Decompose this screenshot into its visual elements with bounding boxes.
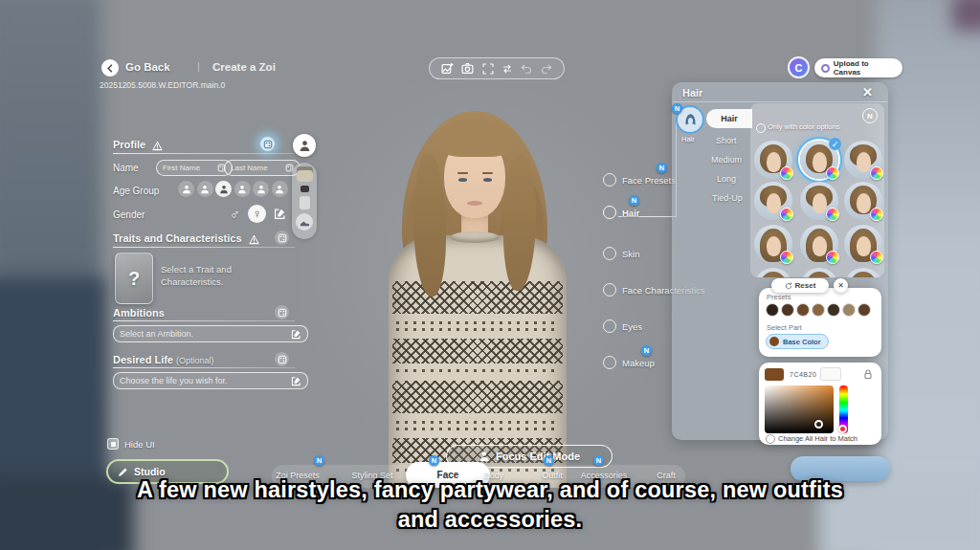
back-label[interactable]: Go Back [125, 61, 170, 73]
age-option-infant[interactable] [178, 181, 194, 197]
name-label: Name [113, 163, 139, 173]
add-image-icon[interactable] [441, 62, 454, 75]
age-option-teen-selected[interactable] [215, 181, 232, 197]
edit-icon[interactable] [291, 376, 301, 386]
hair-thumbnail[interactable] [800, 225, 838, 263]
category-skin[interactable]: Skin [603, 247, 639, 260]
current-bottom-thumbnail[interactable] [301, 186, 309, 192]
hex-secondary-input[interactable] [820, 367, 841, 381]
saturation-value-picker[interactable] [765, 385, 834, 433]
first-name-field[interactable]: First Name [156, 160, 233, 176]
traits-randomize-button[interactable] [275, 231, 289, 245]
hair-subtab-short[interactable]: Short [716, 136, 737, 145]
category-hair[interactable]: Hair [603, 206, 639, 219]
color-preset-swatch[interactable] [842, 303, 856, 317]
hair-thumbnail-selected[interactable]: ✓ [800, 141, 838, 179]
hide-ui-check-glyph [111, 442, 116, 447]
reset-camera-icon[interactable] [501, 63, 513, 75]
reset-button[interactable]: Reset [771, 278, 829, 293]
hair-thumbnail[interactable] [800, 182, 838, 220]
base-color-part-button[interactable]: Base Color [766, 334, 829, 349]
age-option-child[interactable] [197, 181, 213, 197]
new-badge-tab: N [429, 455, 439, 466]
edit-icon[interactable] [291, 329, 301, 340]
redo-icon[interactable] [541, 63, 552, 75]
person-edit-icon [299, 140, 311, 152]
age-option-middle[interactable] [253, 181, 269, 197]
desired-life-field[interactable]: Choose the life you wish for. [113, 372, 308, 389]
ambition-select-field[interactable]: Select an Ambition. [113, 325, 308, 342]
color-preset-swatch[interactable] [781, 303, 794, 317]
category-makeup[interactable]: Makeup [603, 356, 655, 369]
current-top-thumbnail[interactable] [297, 166, 313, 182]
hair-panel-close-button[interactable]: ✕ [862, 85, 873, 99]
gender-male-option[interactable]: ♂ [230, 207, 240, 222]
gender-label: Gender [113, 209, 145, 220]
hue-slider[interactable] [839, 385, 848, 433]
hair-thumbnail[interactable] [754, 225, 792, 263]
desired-life-randomize-button[interactable] [275, 352, 289, 366]
hair-thumbnail[interactable] [754, 268, 792, 277]
color-preset-swatch[interactable] [827, 303, 840, 317]
new-filter-button[interactable]: N [862, 108, 878, 123]
profile-randomize-button[interactable] [260, 137, 275, 151]
upload-to-canvas-button[interactable]: Upload to Canvas [814, 58, 902, 77]
hue-selector[interactable] [838, 425, 847, 433]
color-preset-swatch[interactable] [766, 303, 779, 317]
sweater-dot-row [396, 369, 559, 372]
age-option-senior[interactable] [272, 181, 288, 197]
category-eyes[interactable]: Eyes [603, 319, 642, 333]
change-all-hair-radio[interactable] [766, 434, 775, 444]
camera-icon[interactable] [461, 62, 474, 75]
hair-subtab-medium[interactable]: Medium [711, 155, 742, 165]
hair-thumbnail[interactable] [844, 182, 882, 220]
hair-color-presets-card: Presets Select Part Base Color [759, 288, 881, 357]
color-preset-swatch[interactable] [796, 303, 810, 317]
hide-ui-label[interactable]: Hide UI [124, 439, 155, 450]
gender-female-option-selected[interactable]: ♀ [248, 205, 266, 223]
hide-ui-checkbox[interactable] [107, 438, 119, 450]
hex-value[interactable]: 7C4B20 [790, 371, 816, 378]
gender-edit-icon[interactable] [274, 208, 286, 220]
hair-subtab-long[interactable]: Long [717, 174, 736, 184]
sweater-dot-row [396, 421, 559, 424]
hair-subtab-tied-up[interactable]: Tied-Up [712, 193, 743, 203]
hair-thumbnail[interactable] [844, 141, 882, 179]
color-options-filter-radio[interactable] [756, 123, 766, 133]
back-button[interactable] [101, 59, 119, 77]
hair-thumbnail[interactable] [844, 225, 882, 263]
current-shoes-thumbnail[interactable] [296, 213, 313, 231]
color-preset-swatch[interactable] [858, 303, 871, 317]
current-legs-thumbnail[interactable] [300, 196, 310, 209]
hair-thumbnail[interactable] [800, 268, 838, 277]
face-swatch [857, 236, 871, 256]
hair-subtab-active[interactable]: Hair [706, 109, 752, 128]
color-preset-swatch[interactable] [812, 303, 825, 317]
hair-thumbnail[interactable] [754, 182, 792, 220]
lock-icon[interactable] [862, 368, 874, 380]
category-face-presets[interactable]: Face Presets [603, 173, 676, 187]
pose-edit-button[interactable] [293, 134, 316, 157]
ambitions-randomize-button[interactable] [275, 305, 289, 319]
header-divider: | [197, 60, 200, 72]
color-panel-close-button[interactable]: ✕ [834, 278, 848, 293]
canvas-badge[interactable]: C [788, 56, 810, 78]
trait-card-placeholder[interactable]: ? [115, 253, 153, 304]
base-color-dot [769, 337, 779, 346]
warning-icon [249, 234, 259, 245]
hair-thumbnail[interactable] [844, 268, 882, 277]
person-icon [256, 185, 266, 194]
category-label: Eyes [622, 321, 642, 332]
age-option-adult[interactable] [234, 181, 251, 197]
caption-line-2: and accessories. [0, 507, 980, 533]
sweater-pattern-band [392, 381, 563, 413]
last-name-field[interactable]: Last Name [224, 160, 301, 176]
expand-view-icon[interactable] [482, 63, 494, 75]
character-preview[interactable] [354, 96, 603, 488]
hair-thumbnail[interactable] [754, 141, 792, 179]
ambitions-section-title: Ambitions [113, 307, 165, 319]
face-swatch [767, 193, 781, 213]
warning-icon [152, 141, 163, 151]
undo-icon[interactable] [521, 63, 532, 75]
sv-selector[interactable] [814, 420, 823, 429]
